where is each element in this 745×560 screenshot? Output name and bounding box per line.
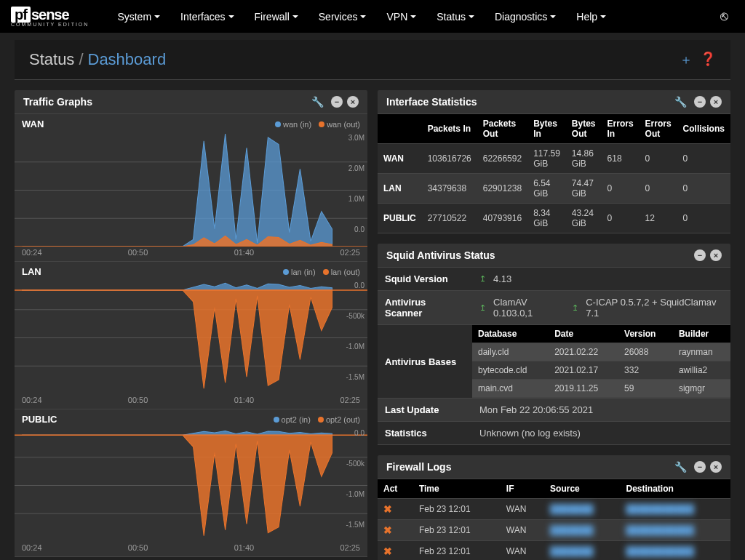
add-widget-icon[interactable]: ＋ [680, 51, 693, 68]
minimize-icon[interactable]: − [694, 461, 706, 473]
fwlogs-table: ActTimeIFSourceDestination ✖Feb 23 12:01… [378, 479, 730, 560]
caret-down-icon [410, 15, 416, 18]
table-row[interactable]: ✖Feb 23 12:01WAN██████████████████ [378, 541, 730, 561]
iface-cell: 0 [602, 174, 640, 204]
chart-area[interactable]: 0.0-500k-1.0M-1.5M [15, 281, 367, 394]
fw-cell: ✖ [378, 541, 413, 561]
breadcrumb-parent[interactable]: Status [29, 50, 74, 69]
up-arrow-icon: ↥ [479, 303, 486, 313]
table-row[interactable]: ✖Feb 23 12:01WAN██████████████████ [378, 520, 730, 541]
x-axis-labels: 00:2400:5001:4002:25 [15, 247, 367, 261]
squid-scanner-label: Antivirus Scanner [378, 291, 472, 324]
squid-version-value: 4.13 [493, 273, 511, 284]
fw-cell: ███████████ [621, 541, 731, 561]
brand-logo[interactable]: pfsense COMMUNITY EDITION [11, 7, 89, 27]
interface-stats-panel: Interface Statistics 🔧 − × Packets InPac… [378, 90, 730, 233]
av-cell: 59 [618, 380, 673, 398]
av-header: Version [618, 325, 673, 343]
iface-cell: 618 [602, 144, 640, 174]
minimize-icon[interactable]: − [331, 96, 343, 108]
breadcrumb-sep: / [79, 50, 83, 69]
block-icon: ✖ [383, 524, 392, 536]
fw-header: IF [501, 479, 544, 499]
caret-down-icon [550, 15, 556, 18]
squid-body: Squid Version ↥4.13 Antivirus Scanner ↥C… [378, 268, 730, 445]
iface-name: WAN [378, 144, 422, 174]
ifstats-header [378, 114, 422, 144]
logout-icon[interactable]: ⎋ [714, 3, 734, 30]
legend-out: opt2 (out) [318, 415, 360, 424]
wrench-icon[interactable]: 🔧 [674, 461, 687, 473]
legend-in: lan (in) [283, 268, 316, 276]
nav-item-vpn[interactable]: VPN [376, 5, 426, 28]
close-icon[interactable]: × [710, 96, 722, 108]
iface-cell: 62901238 [477, 174, 527, 204]
minimize-icon[interactable]: − [694, 96, 706, 108]
av-cell: 2021.02.22 [549, 343, 618, 361]
table-row: WAN10361672662266592117.59 GiB14.86 GiB6… [378, 144, 730, 174]
ifstats-header: Bytes In [527, 114, 566, 144]
wrench-icon[interactable]: 🔧 [311, 96, 324, 108]
up-arrow-icon: ↥ [572, 303, 578, 313]
av-cell: 332 [618, 361, 673, 380]
brand-prefix: pf [11, 7, 31, 23]
breadcrumb-current[interactable]: Dashboard [88, 50, 167, 69]
ifstats-header: Errors Out [640, 114, 677, 144]
caret-down-icon [600, 15, 606, 18]
av-header: Date [549, 325, 618, 343]
ifstats-header: Packets In [422, 114, 477, 144]
dashboard-col-right: Interface Statistics 🔧 − × Packets InPac… [378, 90, 730, 560]
av-header: Builder [673, 325, 730, 343]
squid-stats-value: Unknown (no log exists) [472, 422, 730, 444]
fw-cell: ███████████ [621, 520, 731, 541]
iface-name: LAN [378, 174, 422, 204]
nav-item-firewall[interactable]: Firewall [244, 5, 308, 28]
wrench-icon[interactable]: 🔧 [674, 96, 687, 108]
caret-down-icon [154, 15, 160, 18]
fw-cell: WAN [501, 499, 544, 520]
minimize-icon[interactable]: − [694, 249, 706, 261]
fw-cell: ███████ [544, 499, 620, 520]
fw-cell: ✖ [378, 499, 413, 520]
nav-item-system[interactable]: System [107, 5, 170, 28]
av-cell: sigmgr [673, 380, 730, 398]
nav-item-interfaces[interactable]: Interfaces [170, 5, 244, 28]
y-axis-labels: 3.0M2.0M1.0M0.0 [348, 134, 364, 233]
fw-header: Time [413, 479, 501, 499]
nav-item-diagnostics[interactable]: Diagnostics [485, 5, 566, 28]
nav-item-status[interactable]: Status [426, 5, 485, 28]
nav-item-help[interactable]: Help [566, 5, 616, 28]
legend-in: wan (in) [275, 120, 311, 129]
help-icon[interactable]: ❓ [700, 51, 716, 68]
traffic-graph-lan: LANlan (in)lan (out)0.0-500k-1.0M-1.5M00… [15, 262, 367, 409]
chart-area[interactable]: 3.0M2.0M1.0M0.0 [15, 134, 367, 247]
traffic-panel-title: Traffic Graphs [23, 96, 92, 108]
iface-cell: 0 [640, 144, 677, 174]
iface-cell: 34379638 [422, 174, 477, 204]
ifstats-header: Collisions [677, 114, 730, 144]
chart-area[interactable]: 0.0-500k-1.0M-1.5M [15, 429, 367, 542]
ifstats-header: Errors In [602, 114, 640, 144]
iface-cell: 0 [677, 144, 730, 174]
table-row[interactable]: ✖Feb 23 12:01WAN██████████████████ [378, 499, 730, 520]
legend-out: lan (out) [323, 268, 360, 276]
ifstats-table: Packets InPackets OutBytes InBytes OutEr… [378, 114, 730, 233]
iface-name: PUBLIC [378, 204, 422, 233]
iface-cell: 12 [640, 204, 677, 233]
fw-header: Act [378, 479, 413, 499]
av-cell: 26088 [618, 343, 673, 361]
iface-cell: 43.24 GiB [566, 204, 602, 233]
squid-panel: Squid Antivirus Status − × Squid Version… [378, 244, 730, 445]
close-icon[interactable]: × [710, 249, 722, 261]
graph-name: PUBLIC [22, 414, 57, 425]
nav-item-services[interactable]: Services [308, 5, 377, 28]
close-icon[interactable]: × [710, 461, 722, 473]
caret-down-icon [228, 15, 234, 18]
block-icon: ✖ [383, 545, 392, 557]
close-icon[interactable]: × [347, 96, 359, 108]
table-row: PUBLIC27710522407939168.34 GiB43.24 GiB0… [378, 204, 730, 233]
squid-scanner-value: C-ICAP 0.5.7,2 + SquidClamav 7.1 [586, 297, 723, 319]
redacted-ip: ███████████ [626, 525, 695, 535]
av-cell: raynman [673, 343, 730, 361]
up-arrow-icon: ↥ [479, 274, 486, 284]
